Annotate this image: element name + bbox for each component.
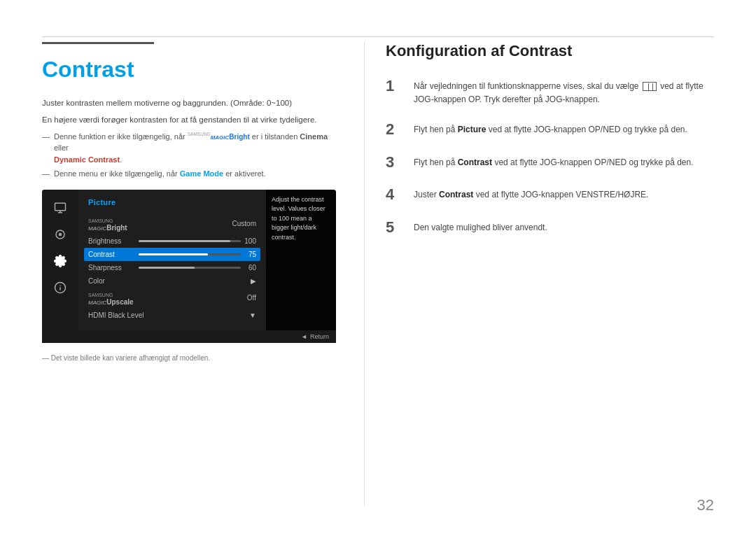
monitor-tooltip: Adjust the contrast level. Values closer… [266,190,336,330]
bottom-note: ― Det viste billede kan variere afhængig… [42,354,336,362]
menu-item-magicupscale: SAMSUNGMAGICUpscale Off [88,288,256,309]
gear-icon [52,254,69,268]
menu-item-sharpness: Sharpness 60 [88,261,256,274]
monitor-icon [52,201,69,215]
svg-point-4 [59,233,62,237]
note-1: ― Denne funktion er ikke tilgængelig, nå… [42,131,336,166]
settings-icon [52,227,69,241]
menu-item-hdmi: HDMI Black Level ▼ [88,309,256,322]
page-number: 32 [697,496,714,514]
info-icon [52,281,69,295]
monitor-sidebar [42,190,78,330]
section-title: Konfiguration af Contrast [386,42,714,60]
step-2: 2 Flyt hen på Picture ved at flytte JOG-… [386,120,714,139]
game-mode-label: Game Mode [180,169,223,178]
top-divider [42,36,714,37]
menu-item-brightness: Brightness 100 [88,234,256,248]
section-divider [42,42,154,44]
step-4: 4 Juster Contrast ved at flytte JOG-knap… [386,185,714,204]
note-2: ― Denne menu er ikke tilgængelig, når Ga… [42,168,336,180]
description-line-2: En højere værdi forøger kontrasten for a… [42,113,336,126]
page-title: Contrast [42,57,336,83]
menu-item-magicbright: SAMSUNGMAGICBright Custom [88,213,256,234]
menu-item-color: Color ▶ [88,274,256,288]
menu-title: Picture [88,198,256,206]
svg-rect-0 [55,203,66,211]
dynamic-contrast-label: Dynamic Contrast [54,155,120,164]
step-5: 5 Den valgte mulighed bliver anvendt. [386,218,714,237]
description-line-1: Juster kontrasten mellem motiverne og ba… [42,97,336,109]
steps-list: 1 Når vejledningen til funktionsknappern… [386,77,714,237]
step-3: 3 Flyt hen på Contrast ved at flytte JOG… [386,153,714,171]
right-column: Konfiguration af Contrast 1 Når vejledni… [364,42,714,506]
monitor-menu-content: Picture SAMSUNGMAGICBright Custom Bright… [78,190,266,330]
left-column: Contrast Juster kontrasten mellem motive… [42,42,336,506]
menu-item-contrast: Contrast 75 [84,248,260,261]
monitor-bottom-bar: ◄ Return [42,330,336,343]
step-1: 1 Når vejledningen til funktionsknappern… [386,77,714,106]
monitor-mockup: Picture SAMSUNGMAGICBright Custom Bright… [42,190,336,343]
